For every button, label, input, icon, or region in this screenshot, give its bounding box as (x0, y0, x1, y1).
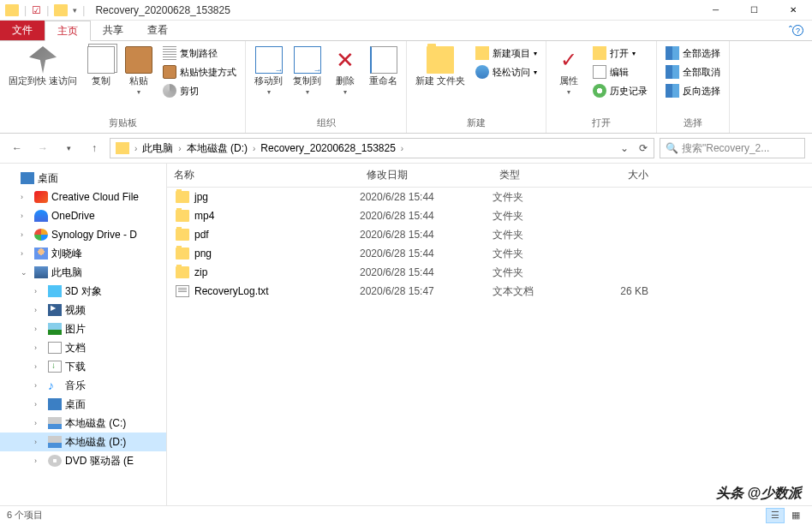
expand-icon[interactable]: › (34, 400, 45, 409)
tree-icon (34, 266, 48, 278)
file-row[interactable]: pdf2020/6/28 15:44文件夹 (167, 225, 812, 244)
expand-icon[interactable]: › (34, 438, 45, 446)
expand-icon[interactable]: › (34, 343, 45, 352)
open-button[interactable]: 打开 ▾ (589, 45, 651, 62)
paste-shortcut-button[interactable]: 粘贴快捷方式 (159, 63, 240, 81)
minimize-button[interactable]: ─ (696, 0, 735, 21)
tree-item[interactable]: ›下载 (0, 357, 166, 376)
tree-item[interactable]: ›图片 (0, 319, 166, 338)
expand-icon[interactable]: › (34, 419, 45, 427)
tree-item[interactable]: 桌面 (0, 169, 166, 188)
recent-dropdown[interactable]: ▾ (58, 138, 79, 158)
tree-icon (48, 323, 62, 335)
refresh-button[interactable]: ⟳ (635, 142, 652, 154)
pin-button[interactable]: 固定到快 速访问 (3, 43, 82, 90)
file-row[interactable]: RecoveryLog.txt2020/6/28 15:47文本文档26 KB (167, 282, 812, 301)
expand-icon[interactable]: › (34, 381, 45, 390)
close-button[interactable]: ✕ (773, 0, 812, 21)
tree-item[interactable]: ⌄此电脑 (0, 263, 166, 282)
copy-button[interactable]: 复制 (82, 43, 120, 90)
tree-label: 本地磁盘 (D:) (65, 435, 126, 450)
column-date[interactable]: 修改日期 (360, 168, 493, 182)
copy-path-button[interactable]: 复制路径 (159, 45, 240, 62)
file-name: mp4 (194, 210, 214, 222)
tree-icon (48, 285, 62, 297)
tree-item[interactable]: ›OneDrive (0, 206, 166, 225)
tab-view[interactable]: 查看 (135, 21, 180, 40)
tree-icon (48, 398, 62, 410)
tree-item[interactable]: ›文档 (0, 338, 166, 357)
tree-item[interactable]: ›Synology Drive - D (0, 225, 166, 244)
tree-item[interactable]: ›3D 对象 (0, 282, 166, 301)
tab-share[interactable]: 共享 (91, 21, 135, 40)
address-bar[interactable]: › 此电脑 › 本地磁盘 (D:) › Recovery_20200628_15… (110, 138, 654, 158)
search-input[interactable]: 🔍 搜索"Recovery_2... (660, 138, 805, 158)
properties-button[interactable]: ✓属性▾ (550, 43, 588, 99)
column-size[interactable]: 大小 (587, 168, 655, 182)
rename-button[interactable]: 重命名 (364, 43, 403, 90)
forward-button[interactable]: → (33, 138, 53, 158)
qat-dropdown-icon[interactable]: ▾ (73, 6, 77, 15)
select-none-button[interactable]: 全部取消 (662, 63, 724, 81)
file-row[interactable]: mp42020/6/28 15:44文件夹 (167, 206, 812, 225)
history-button[interactable]: 历史记录 (589, 82, 651, 99)
folder-icon[interactable] (54, 4, 68, 16)
back-button[interactable]: ← (7, 138, 27, 158)
tree-icon (48, 342, 62, 354)
tree-item[interactable]: ›桌面 (0, 395, 166, 414)
paste-button[interactable]: 粘贴▾ (120, 43, 158, 99)
breadcrumb[interactable]: Recovery_20200628_153825 (257, 142, 398, 154)
expand-icon[interactable]: › (21, 230, 31, 239)
file-row[interactable]: jpg2020/6/28 15:44文件夹 (167, 188, 812, 206)
invert-select-button[interactable]: 反向选择 (662, 82, 724, 99)
new-item-button[interactable]: 新建项目 ▾ (472, 45, 540, 62)
tree-item[interactable]: ›♪音乐 (0, 376, 166, 395)
copy-to-button[interactable]: 复制到▾ (288, 43, 326, 99)
tree-item[interactable]: ›本地磁盘 (C:) (0, 414, 166, 433)
breadcrumb[interactable]: 本地磁盘 (D:) (183, 141, 251, 156)
details-view-button[interactable]: ☰ (766, 508, 785, 523)
tree-item[interactable]: ›刘晓峰 (0, 244, 166, 263)
qat-check-icon[interactable]: ☑ (32, 4, 41, 16)
tree-item[interactable]: ›DVD 驱动器 (E (0, 451, 166, 470)
expand-icon[interactable]: › (34, 362, 45, 371)
maximize-button[interactable]: ☐ (735, 0, 773, 21)
tree-item[interactable]: ›Creative Cloud File (0, 188, 166, 206)
large-icons-view-button[interactable]: ▦ (786, 508, 805, 523)
tree-label: Synology Drive - D (51, 229, 137, 241)
tree-item[interactable]: ›本地磁盘 (D:) (0, 433, 166, 451)
easy-access-button[interactable]: 轻松访问 ▾ (472, 63, 540, 81)
tree-label: DVD 驱动器 (E (65, 454, 134, 468)
delete-button[interactable]: ✕删除▾ (326, 43, 364, 99)
ribbon-tabs: 文件 主页 共享 查看 ˆ ? (0, 21, 812, 41)
column-name[interactable]: 名称 (167, 168, 360, 182)
expand-icon[interactable]: › (34, 306, 45, 314)
new-folder-button[interactable]: 新建 文件夹 (410, 43, 470, 90)
folder-icon (5, 4, 19, 16)
tab-file[interactable]: 文件 (0, 21, 45, 40)
navigation-pane: 桌面›Creative Cloud File›OneDrive›Synology… (0, 164, 167, 505)
file-row[interactable]: zip2020/6/28 15:44文件夹 (167, 263, 812, 282)
breadcrumb[interactable]: 此电脑 (139, 141, 176, 156)
expand-icon[interactable]: › (21, 249, 31, 258)
address-dropdown[interactable]: ⌄ (616, 142, 633, 154)
select-all-button[interactable]: 全部选择 (662, 45, 724, 62)
move-to-button[interactable]: 移动到▾ (249, 43, 288, 99)
expand-icon[interactable]: › (34, 287, 45, 295)
expand-icon[interactable]: › (34, 456, 45, 465)
tab-home[interactable]: 主页 (45, 21, 91, 41)
expand-icon[interactable]: › (21, 193, 31, 201)
file-type: 文件夹 (493, 265, 587, 280)
ribbon-help-icon[interactable]: ˆ ? (780, 21, 812, 40)
file-row[interactable]: png2020/6/28 15:44文件夹 (167, 244, 812, 263)
expand-icon[interactable]: ⌄ (21, 268, 31, 277)
tree-item[interactable]: ›视频 (0, 301, 166, 319)
expand-icon[interactable]: › (21, 212, 31, 220)
column-type[interactable]: 类型 (493, 168, 587, 182)
up-button[interactable]: ↑ (84, 138, 104, 158)
edit-button[interactable]: 编辑 (589, 63, 651, 81)
status-bar: 6 个项目 ☰ ▦ (0, 505, 812, 524)
tree-icon (48, 361, 62, 373)
expand-icon[interactable]: › (34, 325, 45, 333)
cut-button[interactable]: 剪切 (159, 82, 240, 99)
